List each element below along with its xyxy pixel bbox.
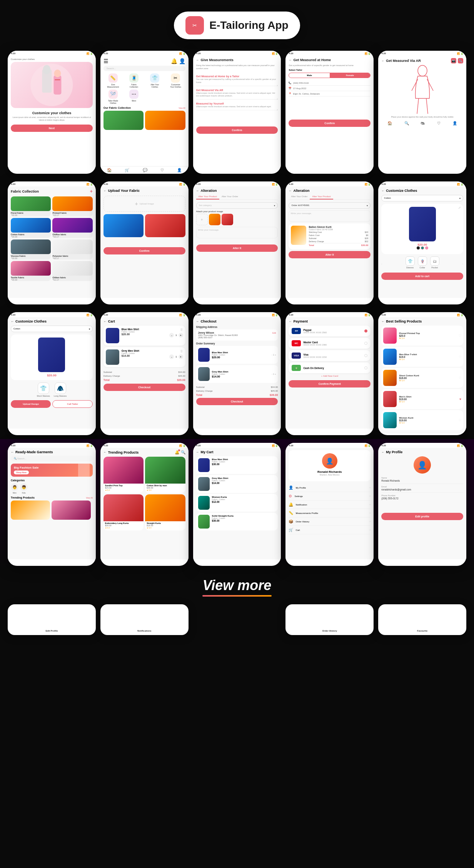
tab-alter-order[interactable]: Alter Your Order [219, 194, 240, 200]
back-button[interactable]: ← [11, 451, 14, 454]
search-input[interactable]: 🔍 Search... [11, 456, 93, 461]
payment-cod[interactable]: 💵 Cash On Delivery [289, 362, 371, 373]
tab-alter-order[interactable]: Alter Your Order [289, 194, 310, 200]
add-new-card[interactable]: + Add New Card [289, 375, 371, 377]
notification-icon[interactable]: 🔔 [175, 450, 179, 454]
tab-alter-product[interactable]: Alter Your Product [310, 194, 333, 200]
qty-minus[interactable]: - [169, 333, 174, 338]
short-sleeve-option[interactable]: 👕 Short Sleeves [37, 382, 50, 397]
confirm-button[interactable]: Confirm [289, 120, 371, 127]
back-button[interactable]: ← [103, 451, 107, 454]
back-button[interactable]: ← [11, 320, 14, 323]
payment-visa[interactable]: VISA Visa XXXX XXXX XXXX 2150 [289, 350, 371, 361]
shop-now-button[interactable]: Shop Now [14, 471, 29, 474]
gender-female[interactable]: Female [330, 73, 370, 78]
tab-alter-product[interactable]: Alter Your Product [196, 194, 219, 200]
search-icon[interactable]: 🔍 [181, 450, 185, 454]
upload-area[interactable]: + Upload Image [103, 196, 185, 212]
upload-design-button[interactable]: Upload Design [11, 400, 51, 408]
share-icon[interactable]: ⤢ [458, 206, 461, 210]
call-tailor-button[interactable]: Call Tailor [52, 400, 92, 408]
option-ar[interactable]: Get Measured Via AR Ullamcorper morbi ti… [196, 87, 278, 100]
icon-give-measurement[interactable]: 📏 GiveMeasurement [103, 73, 123, 88]
order-select[interactable]: Order Id:8745691▾ [289, 202, 371, 209]
fabric-dropdown[interactable]: Cotton▾ [11, 326, 93, 332]
fabric-item[interactable]: Chiffon fabric $10.17 [52, 218, 92, 238]
fabric-item[interactable]: Printed Fabric $13.17 [52, 196, 92, 216]
qty-minus[interactable]: - [169, 354, 174, 359]
back-button[interactable]: ← [196, 58, 199, 62]
menu-item-profile[interactable]: 👤 My Profile › [289, 484, 371, 492]
fabric-item[interactable]: Polyester fabric $10.17 [52, 239, 92, 259]
color-black[interactable] [417, 246, 420, 249]
fabric-item[interactable]: Chlken fabric $11.17 [52, 261, 92, 281]
back-button[interactable]: ← [196, 320, 199, 323]
delete-icon[interactable]: 🗑 [180, 349, 183, 353]
radio-mastercard[interactable] [364, 342, 367, 345]
edit-profile-button[interactable]: Edit profile [381, 513, 463, 520]
attach-add-button[interactable]: + [196, 214, 208, 225]
radio-paypal[interactable] [364, 329, 367, 333]
back-button[interactable]: ← [196, 451, 199, 454]
message-input[interactable]: Write your message. [196, 227, 278, 238]
trending-card-2[interactable]: Cotton Shirt by man $39.00 ★ 5.4 [145, 457, 185, 493]
message-input[interactable]: Write your message. [289, 210, 371, 222]
gender-male[interactable]: Male [289, 73, 329, 78]
search-bar[interactable]: Search... [103, 66, 185, 71]
prev-arrow[interactable]: ‹ [381, 263, 382, 265]
product-item-1[interactable]: Floreal Printed Top $20.0 ★ 5.4 ♡ [381, 326, 463, 346]
nav-profile[interactable]: 👤 [177, 168, 182, 172]
payment-paypal[interactable]: PP Paypal XXXX XXXX XXXX 2560 [289, 326, 371, 336]
back-button[interactable]: ← [196, 189, 199, 193]
product-item-3[interactable]: Short Cotton Kurti $16.00 ★ 5.4 ♡ [381, 368, 463, 388]
add-button[interactable]: + [90, 189, 93, 194]
color-teal[interactable] [421, 246, 424, 249]
back-button[interactable]: ← [289, 189, 292, 193]
icon-alter-clothes[interactable]: 👕 Alter YourClothes [145, 73, 164, 88]
alter-button[interactable]: Alter It [196, 244, 278, 252]
nav-home[interactable]: 🏠 [107, 168, 112, 172]
ar-nav-shop[interactable]: 🛍 [421, 121, 425, 125]
back-button[interactable]: ← [381, 59, 384, 63]
icon-tailor-made[interactable]: 🪡 Tailor MadeClothes [103, 90, 123, 104]
confirm-button[interactable]: Confirm [196, 126, 278, 134]
radio-cod[interactable] [364, 366, 367, 369]
checkout-button[interactable]: Checkout [196, 398, 278, 405]
option-yourself[interactable]: Measured by Yourself Ullamcorper morbi t… [196, 100, 278, 110]
long-sleeve-option[interactable]: 🧥 Long Sleeves [54, 382, 67, 397]
icon-customize[interactable]: ✂ CustomizeYour Clothes [166, 73, 185, 88]
product-item-2[interactable]: Men Blue T-shirt $19.0 ★ 5.4 ♡ [381, 347, 463, 367]
next-button[interactable]: Next [11, 125, 93, 132]
radio-visa[interactable] [364, 354, 367, 357]
confirm-button[interactable]: Confirm [103, 247, 185, 254]
trending-card-4[interactable]: Straight Kurta $18.00 ★ 5.4 [145, 494, 185, 530]
menu-item-measurements[interactable]: 📏 Measurements Profile › [289, 509, 371, 517]
product-item-5[interactable]: Women Kurti $19.00 ★ 5.4 ♡ [381, 410, 463, 430]
ar-nav-heart[interactable]: ♡ [437, 121, 441, 125]
back-button[interactable]: ← [381, 451, 384, 454]
menu-item-notifications[interactable]: 🔔 Notification › [289, 501, 371, 509]
fabric-item[interactable]: Tactile Fabric $18.00 [11, 261, 51, 281]
confirm-payment-button[interactable]: Confirm Payment [289, 380, 371, 387]
filter-icon[interactable]: 🔧 [458, 58, 463, 63]
ar-nav-home[interactable]: 🏠 [387, 121, 392, 125]
back-button[interactable]: ← [289, 58, 292, 62]
back-button[interactable]: ← [381, 189, 384, 193]
icon-more[interactable]: ⋯ More [124, 90, 144, 104]
color-pink[interactable] [425, 246, 428, 249]
checkout-button[interactable]: Checkout [103, 384, 185, 391]
view-all[interactable]: View All [86, 497, 92, 499]
menu-item-settings[interactable]: ⚙ Settings › [289, 492, 371, 501]
back-button[interactable]: ← [103, 189, 107, 193]
trending-card-1[interactable]: Sandhri Print Top $15.00 ★ 5.4 [103, 457, 144, 493]
heart-icon[interactable]: ♡ [459, 419, 461, 422]
heart-icon-filled[interactable]: ♥ [459, 397, 461, 401]
category-kids[interactable]: 👦 Kids [20, 483, 28, 494]
trending-card-3[interactable]: Embroidery Long Kurta $26.00 ★ 5.4 [103, 494, 144, 530]
next-arrow[interactable]: › [462, 263, 463, 265]
menu-item-orders[interactable]: 📦 Order History › [289, 517, 371, 526]
fabric-item[interactable]: Cotton Fabric $18.00 [11, 218, 51, 238]
qty-plus[interactable]: + [179, 354, 183, 359]
option-home-tailor[interactable]: Get Measured at Home by a Tailor You can… [196, 73, 278, 86]
nav-chat[interactable]: 💬 [143, 168, 147, 172]
